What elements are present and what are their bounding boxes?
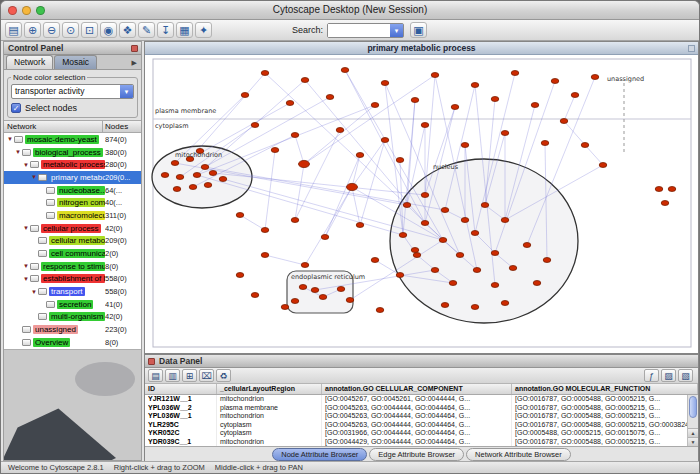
- network-node[interactable]: [396, 158, 404, 163]
- expand-arrow-icon[interactable]: ▼: [22, 225, 30, 231]
- expand-arrow-icon[interactable]: ▼: [30, 289, 38, 295]
- tab-mosaic[interactable]: Mosaic: [54, 55, 97, 69]
- network-edge[interactable]: [295, 130, 340, 220]
- network-node[interactable]: [441, 303, 449, 308]
- network-node[interactable]: [655, 187, 663, 192]
- network-node[interactable]: [299, 160, 310, 167]
- tree-row[interactable]: ▼establishment of lo...558(0): [4, 273, 141, 286]
- network-node[interactable]: [413, 253, 421, 258]
- network-icon[interactable]: ❖: [119, 22, 136, 38]
- network-node[interactable]: [441, 208, 449, 213]
- network-node[interactable]: [376, 308, 384, 313]
- expand-arrow-icon[interactable]: ▼: [6, 136, 14, 142]
- network-node[interactable]: [299, 285, 307, 290]
- import-network-icon[interactable]: ↧: [157, 22, 174, 38]
- network-view-titlebar[interactable]: primary metabolic process: [145, 42, 698, 55]
- tree-row[interactable]: nitrogen compo...40(...: [4, 196, 141, 209]
- network-node[interactable]: [291, 299, 299, 304]
- settings-icon[interactable]: ▣: [410, 22, 427, 38]
- vizmapper-icon[interactable]: ▦: [176, 22, 193, 38]
- network-node[interactable]: [201, 165, 209, 170]
- expand-arrow-icon[interactable]: ▼: [30, 174, 38, 180]
- network-node[interactable]: [533, 281, 541, 286]
- network-node[interactable]: [451, 105, 459, 110]
- column-header-id[interactable]: ID: [145, 384, 217, 394]
- tree-header[interactable]: Network Nodes: [4, 120, 141, 133]
- network-edge[interactable]: [205, 97, 330, 167]
- network-node[interactable]: [337, 287, 345, 292]
- expand-arrow-icon[interactable]: ▼: [22, 276, 30, 282]
- network-node[interactable]: [261, 228, 269, 233]
- network-edge[interactable]: [190, 73, 265, 159]
- show-graphics-details-icon[interactable]: ◉: [100, 22, 117, 38]
- network-node[interactable]: [261, 71, 269, 76]
- network-node[interactable]: [209, 171, 217, 176]
- tree-row[interactable]: ▼primary metabo...209(0...: [4, 171, 141, 184]
- column-header-molecular-function[interactable]: annotation.GO MOLECULAR_FUNCTION: [512, 384, 698, 394]
- network-node[interactable]: [421, 193, 429, 198]
- network-node[interactable]: [461, 218, 469, 223]
- tree-row[interactable]: ▼cellular process42(0): [4, 222, 141, 235]
- tab-overflow-icon[interactable]: ▶: [132, 59, 139, 69]
- network-node[interactable]: [301, 263, 309, 268]
- network-node[interactable]: [371, 258, 379, 263]
- network-edge[interactable]: [352, 187, 360, 225]
- table-row[interactable]: YDR039C__1mitochondrion[GO:0044429, GO:0…: [145, 438, 698, 447]
- network-node[interactable]: [236, 213, 244, 218]
- tree-column-nodes[interactable]: Nodes: [103, 121, 141, 132]
- zoom-fit-icon[interactable]: ⊡: [81, 22, 98, 38]
- zoom-selected-icon[interactable]: ⊙: [62, 22, 79, 38]
- network-edge[interactable]: [585, 145, 603, 165]
- column-header-cellular-component[interactable]: annotation.GO CELLULAR_COMPONENT: [322, 384, 512, 394]
- network-node[interactable]: [219, 177, 227, 182]
- open-attributes-icon[interactable]: ▧: [678, 369, 693, 382]
- network-node[interactable]: [261, 253, 269, 258]
- network-node[interactable]: [396, 273, 404, 278]
- data-panel-close-icon[interactable]: [148, 358, 155, 365]
- control-panel-close-icon[interactable]: [131, 45, 138, 52]
- network-node[interactable]: [311, 288, 319, 293]
- network-node[interactable]: [591, 75, 599, 80]
- network-node[interactable]: [346, 298, 354, 303]
- network-node[interactable]: [291, 218, 299, 223]
- network-node[interactable]: [347, 183, 358, 190]
- tree-row[interactable]: ▼transport558(0): [4, 285, 141, 298]
- tree-row[interactable]: multi-organism pro...42(0): [4, 311, 141, 324]
- network-node[interactable]: [431, 268, 439, 273]
- network-node[interactable]: [431, 73, 439, 78]
- search-dropdown-arrow-icon[interactable]: ▾: [390, 24, 403, 37]
- network-node[interactable]: [481, 203, 489, 208]
- scrollbar-thumb[interactable]: [689, 396, 697, 418]
- select-attributes-icon[interactable]: ▤: [148, 369, 163, 382]
- network-node[interactable]: [491, 251, 499, 256]
- network-node[interactable]: [341, 68, 349, 73]
- table-row[interactable]: YKR052Ccytoplasm[GO:0031966, GO:0044444,…: [145, 429, 698, 438]
- scroll-down-icon[interactable]: ▼: [688, 437, 698, 446]
- table-scrollbar[interactable]: ▲ ▼: [687, 395, 698, 446]
- network-node[interactable]: [251, 123, 259, 128]
- network-node[interactable]: [421, 221, 429, 226]
- network-node[interactable]: [399, 233, 407, 238]
- delete-attribute-icon[interactable]: ⌧: [199, 369, 214, 382]
- tree-row[interactable]: macromolecule...311(0): [4, 209, 141, 222]
- table-row[interactable]: YPL036W__1mitochondrion[GO:0045263, GO:0…: [145, 412, 698, 421]
- network-node[interactable]: [491, 97, 499, 102]
- zoom-in-icon[interactable]: ⊕: [24, 22, 41, 38]
- network-node[interactable]: [241, 93, 249, 98]
- tree-row[interactable]: secretion41(0): [4, 298, 141, 311]
- tab-node-attribute-browser[interactable]: Node Attribute Browser: [272, 448, 367, 461]
- scroll-up-icon[interactable]: ▲: [688, 428, 698, 437]
- network-node[interactable]: [551, 79, 559, 84]
- network-node[interactable]: [581, 143, 589, 148]
- tree-row[interactable]: ▼mosaic-demo-yeast874(0): [4, 133, 141, 146]
- import-attributes-icon[interactable]: ▨: [661, 369, 676, 382]
- network-node[interactable]: [523, 243, 531, 248]
- network-canvas[interactable]: plasma membranecytoplasmmitochondrionnuc…: [145, 55, 698, 353]
- tree-row[interactable]: cellular metabo...209(0): [4, 235, 141, 248]
- tree-row[interactable]: ▼response to stimul...8(0): [4, 260, 141, 273]
- network-node[interactable]: [326, 95, 334, 100]
- network-node[interactable]: [543, 258, 551, 263]
- network-node[interactable]: [456, 253, 464, 258]
- tab-edge-attribute-browser[interactable]: Edge Attribute Browser: [369, 448, 464, 461]
- network-node[interactable]: [286, 101, 294, 106]
